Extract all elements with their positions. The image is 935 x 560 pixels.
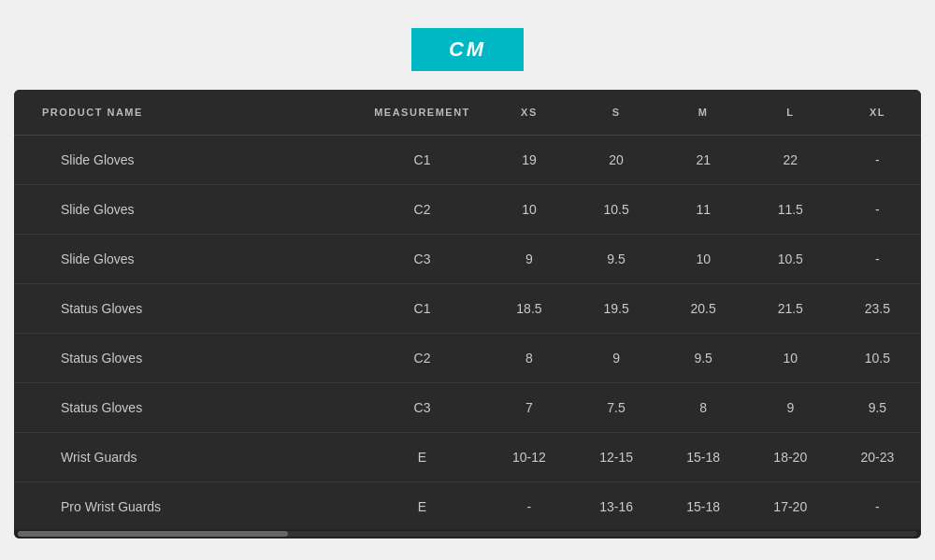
cell-measurement: C1 — [359, 136, 486, 185]
cell-product: Status Gloves — [14, 383, 359, 433]
cell-product: Pro Wrist Guards — [14, 482, 359, 530]
cell-size: 9.5 — [660, 334, 747, 383]
cell-size: 10-12 — [485, 433, 572, 482]
cell-size: 15-18 — [660, 433, 747, 482]
cell-product: Slide Gloves — [14, 235, 359, 284]
cell-size: 21 — [660, 136, 747, 185]
col-header-m: M — [660, 90, 747, 136]
cell-size: 15-18 — [660, 482, 747, 530]
col-header-product: PRODUCT NAME — [14, 90, 359, 136]
cell-size: - — [834, 136, 921, 185]
table-row: Status GlovesC2899.51010.5 — [14, 334, 921, 383]
table-container: PRODUCT NAME MEASUREMENT XS S M L XL Sli… — [14, 90, 921, 538]
cell-size: 7 — [485, 383, 572, 433]
table-row: Wrist GuardsE10-1212-1515-1818-2020-23 — [14, 433, 921, 482]
cm-badge: CM — [411, 28, 524, 71]
table-row: Status GlovesC118.519.520.521.523.5 — [14, 284, 921, 334]
cell-size: 20.5 — [660, 284, 747, 334]
cell-size: 9.5 — [834, 383, 921, 433]
cell-size: 10.5 — [573, 185, 660, 235]
cell-size: 12-15 — [573, 433, 660, 482]
cell-size: 9 — [747, 383, 834, 433]
cell-size: - — [485, 482, 572, 530]
cell-measurement: C3 — [359, 383, 486, 433]
cell-product: Status Gloves — [14, 284, 359, 334]
cell-product: Wrist Guards — [14, 433, 359, 482]
cell-size: 11 — [660, 185, 747, 235]
cell-product: Slide Gloves — [14, 136, 359, 185]
horizontal-scrollbar[interactable] — [14, 529, 921, 538]
cell-size: 21.5 — [747, 284, 834, 334]
cell-size: 10 — [660, 235, 747, 284]
cell-size: 10.5 — [834, 334, 921, 383]
table-row: Status GlovesC377.5899.5 — [14, 383, 921, 433]
size-table: PRODUCT NAME MEASUREMENT XS S M L XL Sli… — [14, 90, 921, 529]
cell-size: 8 — [660, 383, 747, 433]
table-row: Pro Wrist GuardsE-13-1615-1817-20- — [14, 482, 921, 530]
cell-product: Status Gloves — [14, 334, 359, 383]
cell-size: 17-20 — [747, 482, 834, 530]
cell-size: 8 — [485, 334, 572, 383]
cell-size: 20 — [573, 136, 660, 185]
cell-size: 7.5 — [573, 383, 660, 433]
cell-measurement: C3 — [359, 235, 486, 284]
cell-measurement: E — [359, 433, 486, 482]
cell-size: 19.5 — [573, 284, 660, 334]
col-header-xs: XS — [485, 90, 572, 136]
col-header-xl: XL — [834, 90, 921, 136]
col-header-s: S — [573, 90, 660, 136]
cell-size: 10.5 — [747, 235, 834, 284]
table-row: Slide GlovesC119202122- — [14, 136, 921, 185]
cell-size: 18-20 — [747, 433, 834, 482]
table-row: Slide GlovesC21010.51111.5- — [14, 185, 921, 235]
col-header-measurement: MEASUREMENT — [359, 90, 486, 136]
table-header-row: PRODUCT NAME MEASUREMENT XS S M L XL — [14, 90, 921, 136]
cell-size: - — [834, 185, 921, 235]
cell-measurement: C2 — [359, 334, 486, 383]
cell-size: 23.5 — [834, 284, 921, 334]
cell-size: - — [834, 235, 921, 284]
cell-size: 10 — [747, 334, 834, 383]
cell-size: - — [834, 482, 921, 530]
cell-size: 13-16 — [573, 482, 660, 530]
col-header-l: L — [747, 90, 834, 136]
cell-measurement: C1 — [359, 284, 486, 334]
cell-size: 10 — [485, 185, 572, 235]
cell-product: Slide Gloves — [14, 185, 359, 235]
cell-measurement: C2 — [359, 185, 486, 235]
scroll-wrapper[interactable]: PRODUCT NAME MEASUREMENT XS S M L XL Sli… — [14, 90, 921, 529]
cell-size: 22 — [747, 136, 834, 185]
cell-size: 9.5 — [573, 235, 660, 284]
cell-measurement: E — [359, 482, 486, 530]
cell-size: 9 — [485, 235, 572, 284]
cell-size: 19 — [485, 136, 572, 185]
cell-size: 11.5 — [747, 185, 834, 235]
cell-size: 9 — [573, 334, 660, 383]
cell-size: 18.5 — [485, 284, 572, 334]
cell-size: 20-23 — [834, 433, 921, 482]
table-row: Slide GlovesC399.51010.5- — [14, 235, 921, 284]
